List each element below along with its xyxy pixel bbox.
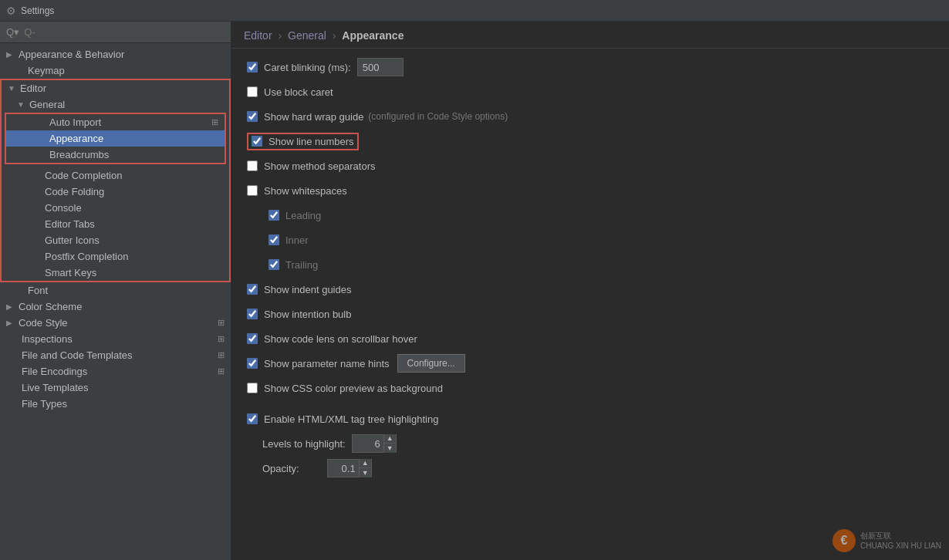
leading-text: Leading: [285, 210, 321, 221]
sidebar-item-label: Color Scheme: [19, 301, 82, 312]
main-container: Q▾ ▶ Appearance & Behavior Keymap ▼ Edit…: [0, 22, 949, 560]
method-separators-text: Show method separators: [264, 160, 376, 172]
sidebar-item-code-style[interactable]: ▶ Code Style ⊞: [0, 315, 231, 331]
html-xml-highlighting-text: Enable HTML/XML tag tree highlighting: [264, 413, 438, 425]
caret-blinking-checkbox[interactable]: [247, 62, 258, 73]
sidebar-item-smart-keys[interactable]: Smart Keys: [2, 265, 229, 281]
levels-input[interactable]: [353, 437, 383, 451]
code-lens-label[interactable]: Show code lens on scrollbar hover: [247, 333, 417, 345]
sidebar-item-label: Breadcrumbs: [49, 149, 109, 160]
code-lens-checkbox[interactable]: [247, 333, 258, 344]
sidebar-item-gutter-icons[interactable]: Gutter Icons: [2, 232, 229, 248]
watermark-text: 创新互联 CHUANG XIN HU LIAN: [860, 531, 941, 551]
hard-wrap-label[interactable]: Show hard wrap guide: [247, 111, 363, 123]
sidebar-item-label: Font: [28, 285, 48, 296]
css-color-preview-checkbox[interactable]: [247, 383, 258, 393]
arrow-icon: ▼: [8, 84, 17, 93]
whitespaces-text: Show whitespaces: [264, 185, 347, 197]
search-icon: Q▾: [6, 26, 19, 38]
sidebar-item-postfix-completion[interactable]: Postfix Completion: [2, 248, 229, 265]
arrow-icon: ▶: [6, 50, 15, 59]
method-separators-checkbox[interactable]: [247, 160, 258, 171]
html-xml-highlighting-label[interactable]: Enable HTML/XML tag tree highlighting: [247, 413, 438, 425]
caret-blinking-text: Caret blinking (ms):: [264, 62, 351, 73]
caret-blinking-input[interactable]: [357, 58, 404, 76]
intention-bulb-checkbox[interactable]: [247, 309, 258, 319]
levels-increment-button[interactable]: ▲: [384, 434, 396, 444]
opacity-label: Opacity:: [262, 463, 299, 474]
opacity-decrement-button[interactable]: ▼: [360, 468, 371, 477]
sidebar-item-label: File Types: [22, 398, 67, 410]
configure-button[interactable]: Configure...: [397, 354, 465, 373]
search-input[interactable]: [24, 26, 225, 38]
line-numbers-label[interactable]: Show line numbers: [252, 136, 354, 147]
breadcrumb-general: General: [288, 29, 326, 42]
indent-guides-label[interactable]: Show indent guides: [247, 284, 351, 295]
sidebar-item-label: Console: [45, 202, 82, 214]
title-bar: ⚙ Settings: [0, 0, 949, 22]
html-xml-highlighting-row: Enable HTML/XML tag tree highlighting: [247, 410, 934, 428]
sidebar-item-auto-import[interactable]: Auto Import ⊞: [6, 114, 225, 130]
levels-decrement-button[interactable]: ▼: [384, 444, 396, 453]
method-separators-label[interactable]: Show method separators: [247, 160, 376, 172]
intention-bulb-row: Show intention bulb: [247, 305, 934, 323]
sidebar-item-live-templates[interactable]: Live Templates: [0, 380, 231, 396]
sidebar-item-editor[interactable]: ▼ Editor: [2, 80, 229, 96]
hard-wrap-text: Show hard wrap guide: [264, 111, 363, 123]
sidebar-item-appearance[interactable]: Appearance: [6, 130, 225, 147]
inner-checkbox[interactable]: [268, 234, 279, 245]
copy-icon: ⊞: [218, 350, 225, 360]
sidebar-item-label: Gutter Icons: [45, 234, 100, 246]
css-color-preview-label[interactable]: Show CSS color preview as background: [247, 383, 443, 394]
sidebar-item-label: Smart Keys: [45, 267, 96, 278]
copy-icon: ⊞: [211, 117, 218, 127]
leading-checkbox[interactable]: [268, 210, 279, 221]
css-color-preview-text: Show CSS color preview as background: [264, 383, 443, 394]
sidebar-item-general[interactable]: ▼ General: [2, 96, 229, 113]
sidebar-item-label: Code Completion: [45, 170, 122, 181]
intention-bulb-label[interactable]: Show intention bulb: [247, 309, 351, 320]
param-hints-checkbox[interactable]: [247, 358, 258, 369]
param-hints-label[interactable]: Show parameter name hints: [247, 358, 390, 369]
sidebar-item-breadcrumbs[interactable]: Breadcrumbs: [6, 147, 225, 163]
opacity-input[interactable]: [328, 461, 359, 476]
whitespaces-row: Show whitespaces: [247, 181, 934, 200]
sidebar-item-inspections[interactable]: Inspections ⊞: [0, 331, 231, 347]
trailing-label[interactable]: Trailing: [268, 259, 318, 271]
levels-label: Levels to highlight:: [262, 438, 346, 450]
leading-label[interactable]: Leading: [268, 210, 321, 221]
sidebar-item-font[interactable]: Font: [0, 282, 231, 299]
sidebar-item-keymap[interactable]: Keymap: [0, 62, 231, 79]
title-text: Settings: [21, 5, 54, 16]
search-bar: Q▾: [0, 22, 231, 43]
sidebar-item-editor-tabs[interactable]: Editor Tabs: [2, 216, 229, 232]
opacity-row: Opacity: ▲ ▼: [247, 459, 934, 477]
whitespaces-checkbox[interactable]: [247, 185, 258, 196]
sidebar-item-appearance-behavior[interactable]: ▶ Appearance & Behavior: [0, 46, 231, 62]
hard-wrap-checkbox[interactable]: [247, 111, 258, 122]
copy-icon: ⊞: [218, 334, 225, 344]
sidebar-item-code-completion[interactable]: Code Completion: [2, 167, 229, 184]
opacity-increment-button[interactable]: ▲: [360, 459, 371, 468]
sidebar-item-code-folding[interactable]: Code Folding: [2, 184, 229, 200]
whitespaces-label[interactable]: Show whitespaces: [247, 185, 347, 197]
gear-icon: ⚙: [6, 5, 16, 17]
indent-guides-checkbox[interactable]: [247, 284, 258, 295]
sidebar-item-file-encodings[interactable]: File Encodings ⊞: [0, 363, 231, 380]
block-caret-checkbox[interactable]: [247, 86, 258, 97]
block-caret-label[interactable]: Use block caret: [247, 86, 333, 98]
trailing-checkbox[interactable]: [268, 259, 279, 270]
trailing-text: Trailing: [285, 259, 318, 271]
html-xml-highlighting-checkbox[interactable]: [247, 413, 258, 424]
opacity-spinner-buttons: ▲ ▼: [359, 459, 371, 477]
sidebar-item-console[interactable]: Console: [2, 200, 229, 216]
sidebar-item-file-types[interactable]: File Types: [0, 396, 231, 412]
sidebar-item-color-scheme[interactable]: ▶ Color Scheme: [0, 299, 231, 315]
breadcrumb-current: Appearance: [342, 29, 404, 42]
sidebar-item-file-code-templates[interactable]: File and Code Templates ⊞: [0, 347, 231, 363]
line-numbers-checkbox[interactable]: [252, 136, 262, 147]
inner-label[interactable]: Inner: [268, 234, 309, 246]
caret-blinking-label[interactable]: Caret blinking (ms):: [247, 62, 351, 73]
code-lens-text: Show code lens on scrollbar hover: [264, 333, 417, 345]
sidebar-item-label: Inspections: [22, 333, 73, 345]
